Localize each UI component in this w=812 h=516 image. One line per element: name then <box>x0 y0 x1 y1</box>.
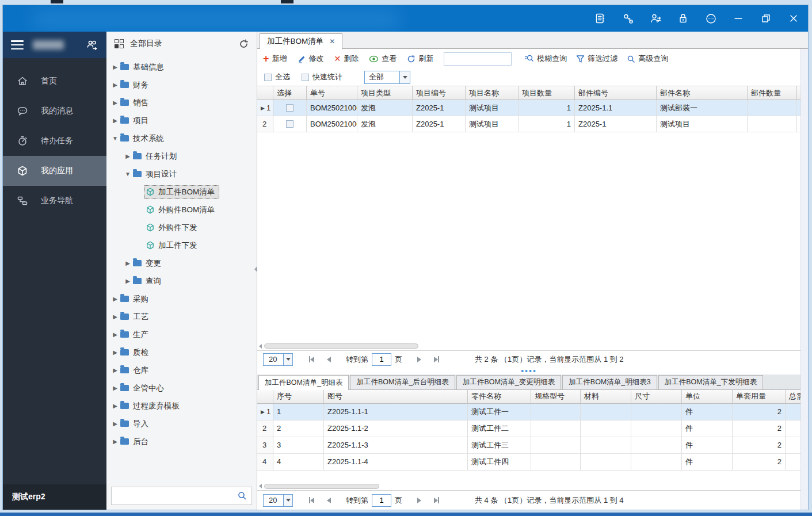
filter-button[interactable]: 筛选过滤 <box>576 53 617 64</box>
expander-icon[interactable]: ▶ <box>111 117 119 124</box>
tree-node[interactable]: ▶ 仓库 <box>106 361 257 379</box>
expander-icon[interactable]: ▼ <box>111 135 119 142</box>
next-page-button[interactable] <box>417 357 421 362</box>
table-row[interactable]: 4 4 Z2025-1.1-4 测试工件四 件 2 <box>257 454 800 471</box>
expander-icon[interactable]: ▶ <box>124 260 132 266</box>
delete-button[interactable]: ✕ 删除 <box>334 53 359 64</box>
tree-node[interactable]: ▶ 项目 <box>106 112 257 129</box>
column-header[interactable]: 图号 <box>324 390 468 403</box>
view-button[interactable]: 查看 <box>369 53 397 64</box>
column-header[interactable]: 单套用量 <box>733 390 786 403</box>
detail-tab[interactable]: 加工件BOM清单_明细表 <box>258 375 349 390</box>
expander-icon[interactable]: ▶ <box>111 331 119 338</box>
dropdown-arrow-icon[interactable] <box>283 495 292 506</box>
edit-button[interactable]: 修改 <box>298 53 324 64</box>
tree-node[interactable]: ▶ 任务计划 <box>106 147 257 165</box>
tree-node[interactable]: ▶ 财务 <box>106 76 257 94</box>
lock-icon[interactable] <box>677 12 689 25</box>
select-all-checkbox[interactable]: 全选 <box>264 72 290 82</box>
detail-tab[interactable]: 加工件BOM清单_下发明细表 <box>658 375 763 389</box>
tree-node[interactable]: ▶ 采购 <box>106 290 257 308</box>
panel-collapse-handle[interactable] <box>254 266 257 272</box>
page-number-input[interactable] <box>372 353 391 366</box>
scroll-thumb[interactable] <box>264 484 379 489</box>
tab-close-icon[interactable]: ✕ <box>329 37 335 45</box>
column-header[interactable]: 项目类型 <box>357 86 413 100</box>
table-row[interactable]: 2 BOM25021000... 发泡 Z2025-1 测试项目 1 Z2025… <box>257 116 800 132</box>
prev-page-button[interactable] <box>327 498 331 503</box>
switch-account-icon[interactable] <box>86 39 98 51</box>
master-hscrollbar[interactable] <box>257 342 800 350</box>
sidebar-item-apps[interactable]: 我的应用 <box>3 156 106 186</box>
dropdown-arrow-icon[interactable] <box>399 71 410 83</box>
tree-node[interactable]: ▶ 销售 <box>106 94 257 112</box>
column-header[interactable]: 部件名称 <box>657 86 748 100</box>
column-header[interactable]: 选择 <box>273 86 307 100</box>
minimize-button[interactable] <box>732 12 745 25</box>
tree-node[interactable]: ▶ 过程废弃模板 <box>106 397 257 415</box>
row-checkbox[interactable] <box>273 116 307 132</box>
detail-tab[interactable]: 加工件BOM清单_后台明细表 <box>350 375 455 389</box>
tree-node[interactable]: ▶ 质检 <box>106 343 257 361</box>
panel-splitter[interactable]: •••• <box>257 368 800 374</box>
expander-icon[interactable]: ▶ <box>111 64 119 70</box>
tree-node[interactable]: ▶ 变更 <box>106 254 257 272</box>
column-header[interactable]: 总需 <box>786 390 800 403</box>
expander-icon[interactable]: ▶ <box>111 403 119 409</box>
scroll-left-icon[interactable] <box>259 344 262 349</box>
advanced-search-button[interactable]: 高级查询 <box>627 53 668 64</box>
page-size-select[interactable]: 20 <box>263 494 293 507</box>
column-header[interactable]: 规格型号 <box>531 390 581 403</box>
table-row[interactable]: 3 3 Z2025-1.1-3 测试工件三 件 2 <box>257 437 800 454</box>
column-header[interactable]: 零件名称 <box>468 390 531 403</box>
first-page-button[interactable] <box>309 497 314 503</box>
more-icon[interactable] <box>704 12 717 25</box>
switch-user-icon[interactable] <box>649 12 662 25</box>
column-header[interactable]: 尺寸 <box>631 390 682 403</box>
log-icon[interactable] <box>594 12 607 25</box>
row-checkbox[interactable] <box>273 100 307 116</box>
scope-dropdown[interactable]: 全部 <box>364 71 410 84</box>
tree-node[interactable]: ▶ 查询 <box>106 272 257 290</box>
refresh-button[interactable]: 刷新 <box>407 53 433 64</box>
expander-icon[interactable]: ▼ <box>124 171 132 177</box>
detail-hscrollbar[interactable] <box>257 482 800 490</box>
fuzzy-search-button[interactable]: 模糊查询 <box>524 53 567 64</box>
table-row[interactable]: 2 2 Z2025-1.1-2 测试工件二 件 2 <box>257 421 800 437</box>
expander-icon[interactable]: ▶ <box>111 296 119 302</box>
tree-node[interactable]: 加工件BOM清单 <box>106 183 257 201</box>
last-page-button[interactable] <box>434 497 439 503</box>
sidebar-item-business-nav[interactable]: 业务导航 <box>3 186 106 216</box>
refresh-tree-icon[interactable] <box>239 39 249 49</box>
search-icon[interactable] <box>238 491 247 500</box>
expander-icon[interactable]: ▶ <box>124 278 132 284</box>
tree-node[interactable]: ▼ 技术系统 <box>106 129 257 147</box>
tree-search-input[interactable] <box>112 487 238 504</box>
key-settings-icon[interactable] <box>622 12 634 25</box>
column-header[interactable]: 单位 <box>682 390 733 403</box>
dropdown-arrow-icon[interactable] <box>283 354 292 365</box>
expander-icon[interactable]: ▶ <box>111 349 119 356</box>
column-header[interactable]: 单号 <box>307 86 357 100</box>
tree-node[interactable]: ▶ 生产 <box>106 326 257 343</box>
expander-icon[interactable]: ▶ <box>111 82 119 88</box>
prev-page-button[interactable] <box>327 357 331 362</box>
add-button[interactable]: + 新增 <box>263 53 287 64</box>
page-number-input[interactable] <box>372 494 391 507</box>
column-header[interactable]: 项目数量 <box>519 86 575 100</box>
expander-icon[interactable]: ▶ <box>111 314 119 320</box>
sidebar-item-messages[interactable]: 我的消息 <box>3 96 106 126</box>
restore-button[interactable] <box>760 12 772 25</box>
tab-bom-list[interactable]: 加工件BOM清单 ✕ <box>260 33 342 49</box>
sidebar-item-tasks[interactable]: 待办任务 <box>3 126 106 156</box>
tree-node[interactable]: ▶ 后台 <box>106 433 257 450</box>
expander-icon[interactable]: ▶ <box>111 421 119 427</box>
vertical-scrollbar-track[interactable] <box>800 49 808 510</box>
scroll-thumb[interactable] <box>264 343 418 349</box>
detail-tab[interactable]: 加工件BOM清单_明细表3 <box>562 375 657 389</box>
expander-icon[interactable]: ▶ <box>124 153 132 159</box>
sidebar-item-home[interactable]: 首页 <box>3 66 106 96</box>
tree-node[interactable]: 外购件下发 <box>106 219 257 236</box>
table-row[interactable]: ▶1 BOM25021000... 发泡 Z2025-1 测试项目 1 Z202… <box>257 100 800 116</box>
column-header[interactable]: 部件编号 <box>575 86 657 100</box>
